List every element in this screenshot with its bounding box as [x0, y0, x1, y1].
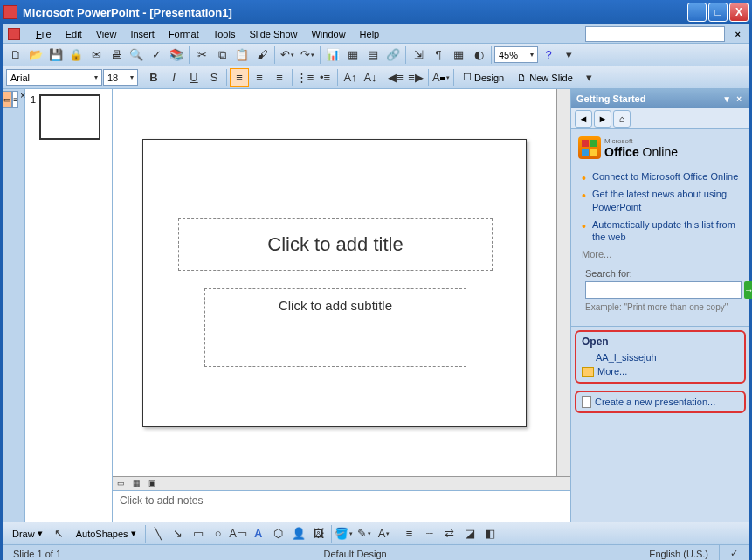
recent-file-link[interactable]: AA_I_sissejuh: [582, 350, 739, 364]
notes-pane[interactable]: Click to add notes: [113, 490, 570, 522]
link-connect-office[interactable]: Connect to Microsoft Office Online: [582, 168, 742, 185]
increase-font-button[interactable]: A↑: [341, 68, 360, 87]
slides-tab[interactable]: ▭: [3, 91, 12, 108]
textbox-button[interactable]: A▭: [229, 524, 248, 543]
oval-button[interactable]: ○: [209, 524, 228, 543]
subtitle-placeholder[interactable]: Click to add subtitle: [204, 288, 466, 367]
slideshow-view-button[interactable]: ▣: [144, 477, 160, 489]
help-search-input[interactable]: [585, 26, 725, 42]
document-close-button[interactable]: ×: [732, 29, 744, 39]
status-spellcheck-icon[interactable]: ✓: [720, 545, 749, 560]
line-button[interactable]: ╲: [148, 524, 168, 543]
toolbar-options-button[interactable]: ▾: [559, 45, 578, 65]
color-grayscale-button[interactable]: ◐: [469, 45, 488, 65]
format-painter-button[interactable]: 🖌: [252, 45, 272, 65]
menu-insert[interactable]: Insert: [123, 27, 162, 41]
align-right-button[interactable]: ≡: [270, 68, 289, 87]
nav-home-button[interactable]: ⌂: [613, 110, 631, 128]
underline-button[interactable]: U: [184, 68, 204, 87]
3d-style-button[interactable]: ◧: [480, 524, 500, 543]
permission-button[interactable]: 🔒: [66, 45, 86, 65]
increase-indent-button[interactable]: ≡▶: [406, 68, 425, 87]
bullets-button[interactable]: •≡: [315, 68, 335, 87]
show-grid-button[interactable]: ▦: [449, 45, 468, 65]
open-button[interactable]: 📂: [26, 45, 45, 65]
dash-style-button[interactable]: ┈: [420, 524, 439, 543]
open-more-link[interactable]: More...: [582, 364, 739, 378]
slide-canvas[interactable]: Click to add title Click to add subtitle: [113, 89, 556, 476]
expand-all-button[interactable]: ⇲: [409, 45, 428, 65]
nav-back-button[interactable]: ◄: [575, 110, 592, 128]
minimize-button[interactable]: _: [687, 3, 707, 22]
menu-slideshow[interactable]: Slide Show: [242, 27, 304, 41]
close-button[interactable]: X: [729, 3, 749, 22]
align-left-button[interactable]: ≡: [230, 68, 249, 87]
maximize-button[interactable]: □: [708, 3, 728, 22]
undo-button[interactable]: ↶: [278, 45, 297, 65]
menu-help[interactable]: Help: [353, 27, 387, 41]
arrow-button[interactable]: ↘: [169, 524, 188, 543]
menu-file[interactable]: File: [29, 27, 59, 41]
decrease-font-button[interactable]: A↓: [361, 68, 380, 87]
link-more[interactable]: More...: [578, 245, 742, 265]
line-style-button[interactable]: ≡: [400, 524, 419, 543]
shadow-button[interactable]: S: [204, 68, 224, 87]
design-button[interactable]: ☐ Design: [457, 68, 510, 87]
tables-borders-button[interactable]: ▤: [363, 45, 383, 65]
link-latest-news[interactable]: Get the latest news about using PowerPoi…: [582, 185, 742, 216]
numbering-button[interactable]: ⋮≡: [295, 68, 314, 87]
align-center-button[interactable]: ≡: [250, 68, 269, 87]
toolbar-options-button-2[interactable]: ▾: [580, 68, 599, 87]
menu-view[interactable]: View: [89, 27, 124, 41]
decrease-indent-button[interactable]: ◀≡: [386, 68, 405, 87]
cut-button[interactable]: ✂: [192, 45, 211, 65]
draw-menu-button[interactable]: Draw ▾: [6, 524, 49, 543]
email-button[interactable]: ✉: [86, 45, 106, 65]
print-button[interactable]: 🖶: [107, 45, 126, 65]
bold-button[interactable]: B: [144, 68, 163, 87]
create-section[interactable]: Create a new presentation...: [575, 391, 746, 413]
link-auto-update[interactable]: Automatically update this list from the …: [582, 216, 742, 246]
wordart-button[interactable]: A: [249, 524, 268, 543]
title-placeholder[interactable]: Click to add title: [178, 218, 493, 271]
new-slide-button[interactable]: 🗋 New Slide: [511, 68, 579, 87]
redo-button[interactable]: ↷: [298, 45, 317, 65]
font-color-button-2[interactable]: A: [375, 524, 394, 543]
help-button[interactable]: ?: [539, 45, 558, 65]
line-color-button[interactable]: ✎: [355, 524, 374, 543]
task-pane-menu-button[interactable]: ▼: [720, 94, 734, 104]
insert-hyperlink-button[interactable]: 🔗: [383, 45, 403, 65]
menu-window[interactable]: Window: [304, 27, 352, 41]
select-objects-button[interactable]: ↖: [50, 524, 69, 543]
save-button[interactable]: 💾: [46, 45, 66, 65]
zoom-combo[interactable]: 45%: [494, 46, 538, 63]
clipart-button[interactable]: 👤: [289, 524, 308, 543]
search-input[interactable]: [585, 281, 742, 299]
outline-tab[interactable]: ≡: [12, 91, 18, 108]
font-size-combo[interactable]: 18: [103, 69, 138, 86]
paste-button[interactable]: 📋: [232, 45, 252, 65]
menu-edit[interactable]: Edit: [59, 27, 89, 41]
copy-button[interactable]: ⧉: [212, 45, 231, 65]
nav-forward-button[interactable]: ►: [594, 110, 611, 128]
status-language[interactable]: English (U.S.): [638, 545, 720, 560]
shadow-style-button[interactable]: ◪: [460, 524, 479, 543]
slide-thumbnail[interactable]: 1: [31, 94, 107, 140]
menu-tools[interactable]: Tools: [206, 27, 243, 41]
italic-button[interactable]: I: [164, 68, 183, 87]
menu-format[interactable]: Format: [162, 27, 206, 41]
research-button[interactable]: 📚: [167, 45, 186, 65]
spelling-button[interactable]: ✓: [147, 45, 166, 65]
document-control-icon[interactable]: [8, 28, 20, 40]
insert-table-button[interactable]: ▦: [343, 45, 362, 65]
fill-color-button[interactable]: 🪣: [335, 524, 354, 543]
font-combo[interactable]: Arial: [6, 69, 102, 86]
arrow-style-button[interactable]: ⇄: [440, 524, 459, 543]
rectangle-button[interactable]: ▭: [189, 524, 208, 543]
autoshapes-button[interactable]: AutoShapes ▾: [70, 524, 142, 543]
new-button[interactable]: 🗋: [6, 45, 25, 65]
show-formatting-button[interactable]: ¶: [429, 45, 448, 65]
font-color-button[interactable]: A: [431, 68, 451, 87]
print-preview-button[interactable]: 🔍: [127, 45, 146, 65]
horizontal-scrollbar[interactable]: ▭ ▦ ▣: [113, 476, 570, 490]
